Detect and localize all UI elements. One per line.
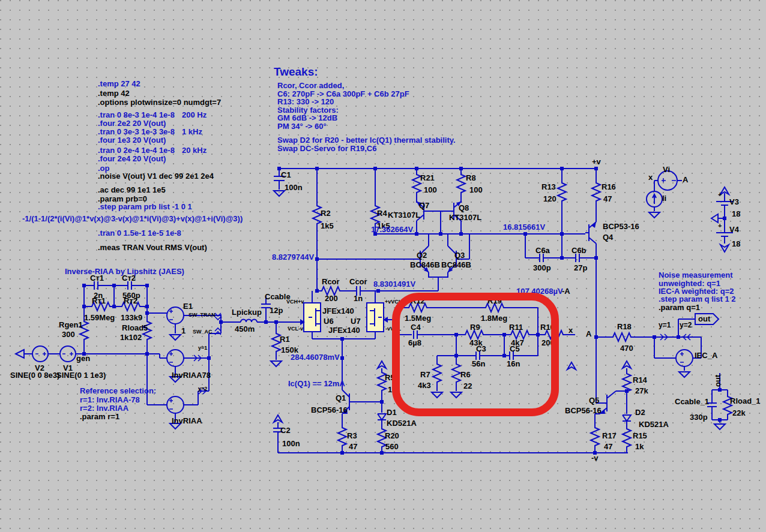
directive-temp[interactable]: .temp 42 [98,89,130,97]
ref-selection-3[interactable]: r=2: Inv.RIAA [80,404,128,412]
net-x2[interactable]: x [568,326,573,334]
c6a-val[interactable]: 300p [533,264,551,272]
ccor-val[interactable]: 1n [354,294,363,302]
tweaks-line-7[interactable]: Swap D2 for R20 - better Ic(Q1) thermal … [277,136,456,144]
rt1-val[interactable]: 1.59Meg [84,314,115,321]
ccor-ref[interactable]: Ccor [349,278,367,285]
rload1-ref[interactable]: Rload_1 [730,397,761,405]
r17-ref[interactable]: R17 [602,432,617,440]
r13-ref[interactable]: R13 [541,183,556,191]
net-x1[interactable]: x [648,173,653,181]
r18-ref[interactable]: R18 [617,323,632,330]
q8-ref[interactable]: Q8 [459,204,469,212]
net-gen[interactable]: gen [76,354,90,362]
rload5-ref[interactable]: Rload5 [122,324,148,332]
flag-out-top[interactable]: out [698,315,710,323]
rload1-val[interactable]: 22k [732,409,746,417]
r2-val[interactable]: 1k5 [321,222,334,230]
ccable1-ref[interactable]: Ccable_1 [675,398,709,405]
net-a1[interactable]: A [683,176,688,184]
ii-ref[interactable]: Ii [662,194,666,202]
v1-val[interactable]: SINE(0 1 1e3) [56,371,106,379]
r1-ref[interactable]: R1 [280,335,290,343]
c6b-ref[interactable]: C6b [571,247,587,254]
directive-tran-200hz[interactable]: .tran 0 8e-3 1e-4 1e-8 [98,111,175,119]
annot-17v[interactable]: 17.362664V [371,226,413,233]
invriaa78-ref[interactable]: InvRIAA78 [172,371,211,379]
rgen1-ref[interactable]: Rgen1 [59,321,83,329]
c6b-val[interactable]: 27p [574,264,587,272]
ct1-ref[interactable]: Cт1 [90,274,104,282]
rgen1-val[interactable]: 300 [62,330,75,338]
q5-val[interactable]: BCP56-16 [565,407,602,414]
r14-val[interactable]: 27k [635,387,648,395]
invriaa-ref[interactable]: InvRIAA [172,417,202,425]
directive-param-q[interactable]: .param q=1 [659,303,700,311]
q4-ref[interactable]: Q4 [603,233,613,241]
ref-selection-1[interactable]: Reference selection: [80,387,156,395]
rt1-ref[interactable]: Rт1 [92,297,106,305]
q8-val[interactable]: KT3107L [449,214,481,221]
directive-ac[interactable]: .ac dec 99 1e1 1e5 [98,186,166,194]
rcor-ref[interactable]: Rcor [322,278,340,285]
directive-options[interactable]: .options plotwinsize=0 numdgt=7 [98,98,221,106]
v4-ref[interactable]: V4 [729,226,739,233]
lpickup-ref[interactable]: Lpickup [232,308,262,316]
annot-16v[interactable]: 16.815661V [503,223,545,231]
annot-284mv[interactable]: 284.46078mV [291,353,340,361]
q2-val[interactable]: BC846B [410,261,440,269]
sw-ac-label[interactable]: SW_AC [193,329,213,335]
v3-ref[interactable]: V3 [729,198,739,206]
c1-val[interactable]: 100n [285,184,303,191]
d2-val[interactable]: KD521A [639,420,669,428]
formula-comment[interactable]: -1/(1-1/(2*(i(Vi)@1*v(x)@3-v(x)@1*i(Vi)@… [22,215,243,223]
directive-step-q[interactable]: .step param q list 1 2 [659,295,736,303]
c6a-ref[interactable]: C6a [535,247,550,254]
noise-title[interactable]: Noise measurement [659,271,733,279]
r3-ref[interactable]: R3 [347,432,357,440]
r15-ref[interactable]: R15 [633,432,647,440]
ltspice-schematic[interactable]: .temp 27 42.temp 42.options plotwinsize=… [0,0,766,532]
q7-ref[interactable]: Q7 [419,202,429,209]
rload5-val[interactable]: 1k102 [120,333,142,341]
r16-ref[interactable]: R16 [602,183,616,191]
note-20khz[interactable]: 20 kHz [182,146,207,154]
d2-ref[interactable]: D2 [635,408,645,416]
d1-val[interactable]: KD521A [387,419,417,427]
sel-y1[interactable]: y=1 [198,345,207,351]
r14-ref[interactable]: R14 [633,376,647,384]
annot-8827v[interactable]: 8.8279744V [272,253,314,261]
r13-val[interactable]: 120 [543,195,556,203]
r20-ref[interactable]: R20 [385,432,399,440]
q2-ref[interactable]: Q2 [417,251,427,259]
v4-val[interactable]: 18 [732,240,740,248]
net-plus-v[interactable]: +v [592,158,601,166]
directive-four-1e3[interactable]: .four 1e3 20 V(out) [98,136,166,144]
tweaks-line-6[interactable]: PM 34° -> 60° [277,122,327,130]
u6-val[interactable]: JFEx140 [322,307,354,315]
ieca-ref[interactable]: IEC_A [695,351,717,359]
r15-val[interactable]: 1k [635,443,644,450]
ccable1-val[interactable]: 330p [690,413,708,421]
q4-val[interactable]: BCP53-16 [603,223,639,230]
v2-val[interactable]: SINE(0 0 8e3) [10,371,59,379]
v3-val[interactable]: 18 [732,210,740,218]
iec-y1[interactable]: y=1 [659,321,671,329]
directive-four-2e4[interactable]: .four 2e4 20 V(out) [98,155,166,163]
r21-ref[interactable]: R21 [420,174,435,182]
directive-tran-1khz[interactable]: .tran 0 3e-3 1e-3 3e-8 [98,128,175,136]
q5-ref[interactable]: Q5 [589,396,599,404]
rt2-val[interactable]: 133k9 [121,314,142,321]
rcor-val[interactable]: 200 [325,294,338,302]
e1-ref[interactable]: E1 [183,302,193,310]
u7-val[interactable]: JFEx140 [328,326,360,334]
ref-selection-2[interactable]: r=1: Inv.RIAA-78 [80,396,140,404]
iec-y2[interactable]: y=2 [680,321,692,329]
net-out-bottom[interactable]: out [714,375,722,387]
q3-ref[interactable]: Q3 [454,251,465,259]
tweaks-title[interactable]: Tweaks: [274,66,318,77]
directive-meas[interactable]: .meas TRAN Vout RMS V(out) [98,244,207,251]
directive-four-2e2[interactable]: .four 2e2 20 V(out) [98,119,166,127]
ct2-ref[interactable]: Cт2 [122,274,136,282]
e1-val[interactable]: 1 [181,327,185,335]
